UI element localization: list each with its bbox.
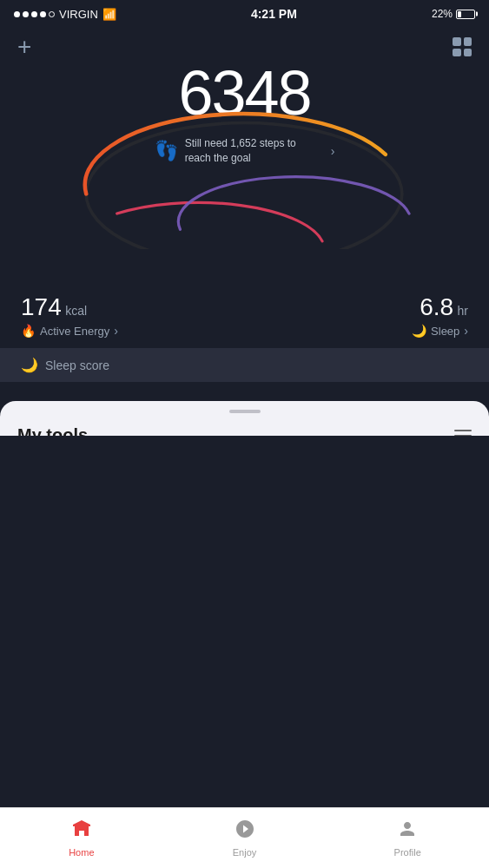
main-dashboard: + 6348 👣 — [0, 28, 489, 436]
sleep-score-moon-icon: 🌙 — [21, 357, 38, 373]
status-right: 22% — [432, 8, 475, 20]
steps-area: 6348 — [0, 62, 489, 124]
steps-message: Still need 1,652 steps to reach the goal — [185, 136, 324, 166]
battery-fill — [458, 11, 461, 17]
profile-nav-label: Profile — [394, 847, 421, 858]
carrier-label: VIRGIN — [59, 8, 98, 21]
signal-dots — [14, 11, 55, 17]
flame-icon: 🔥 — [21, 324, 36, 338]
bottom-sheet: My tools Running — [0, 401, 489, 436]
home-nav-icon — [71, 819, 92, 845]
signal-dot-1 — [14, 11, 20, 17]
stats-row: 174 kcal 🔥 Active Energy › 6.8 hr 🌙 Slee… — [0, 280, 489, 338]
nav-home[interactable]: Home — [0, 819, 163, 858]
sleep-score-strip[interactable]: 🌙 Sleep score — [0, 348, 489, 382]
grid-button[interactable] — [453, 37, 472, 56]
signal-dot-4 — [40, 11, 46, 17]
enjoy-nav-label: Enjoy — [233, 847, 257, 858]
sleep-label: Sleep — [431, 325, 459, 338]
nav-enjoy[interactable]: Enjoy — [163, 819, 327, 858]
status-time: 4:21 PM — [251, 7, 297, 21]
sleep-score-label: Sleep score — [45, 358, 109, 372]
menu-line-1 — [454, 430, 472, 431]
tools-title: My tools — [17, 425, 88, 436]
home-nav-label: Home — [69, 847, 94, 858]
sheet-header: My tools — [0, 413, 489, 436]
sleep-chevron-icon[interactable]: › — [464, 324, 468, 338]
signal-dot-5 — [49, 11, 55, 17]
calories-value: 174 — [21, 293, 62, 320]
menu-line-2 — [454, 435, 472, 437]
menu-button[interactable] — [454, 430, 472, 437]
wifi-icon: 📶 — [102, 8, 116, 21]
signal-dot-3 — [31, 11, 37, 17]
moon-icon: 🌙 — [412, 324, 426, 338]
calories-stat: 174 kcal 🔥 Active Energy › — [21, 293, 118, 338]
calories-label: Active Energy — [40, 325, 109, 338]
steps-chevron-icon[interactable]: › — [331, 144, 335, 158]
profile-nav-icon — [397, 819, 418, 845]
grid-icon — [453, 37, 472, 56]
signal-dot-2 — [23, 11, 29, 17]
sleep-value: 6.8 — [420, 293, 453, 320]
status-bar: VIRGIN 📶 4:21 PM 22% — [0, 0, 489, 28]
steps-info: 👣 Still need 1,652 steps to reach the go… — [155, 136, 335, 166]
add-button[interactable]: + — [17, 35, 31, 59]
sleep-unit: hr — [458, 304, 468, 318]
enjoy-nav-icon — [235, 819, 255, 845]
sleep-stat: 6.8 hr 🌙 Sleep › — [412, 293, 468, 338]
calories-chevron-icon[interactable]: › — [114, 324, 118, 338]
bottom-nav: Home Enjoy Profile — [0, 807, 489, 868]
nav-profile[interactable]: Profile — [326, 819, 489, 858]
status-left: VIRGIN 📶 — [14, 8, 116, 21]
footprint-icon: 👣 — [155, 140, 178, 162]
battery-icon — [456, 10, 475, 19]
calories-unit: kcal — [65, 304, 87, 318]
battery-percent: 22% — [432, 8, 453, 20]
steps-count: 6348 — [0, 62, 489, 124]
steps-description: Still need 1,652 steps to reach the goal — [185, 136, 324, 166]
